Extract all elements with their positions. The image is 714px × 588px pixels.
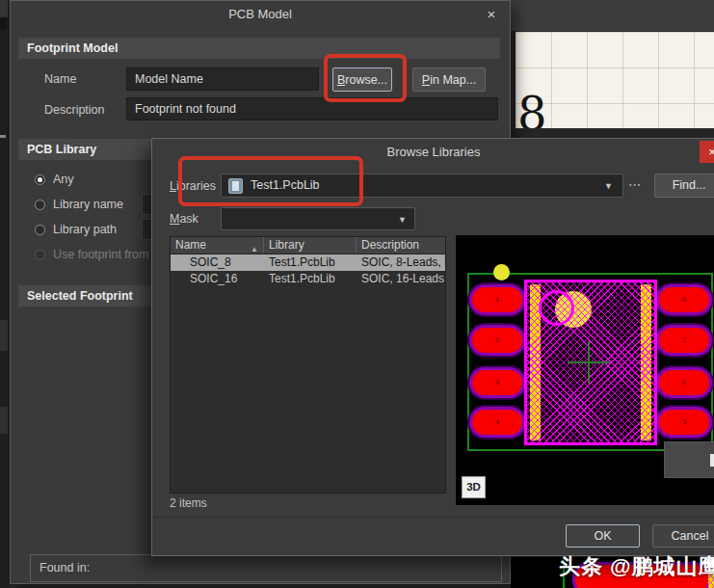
view-3d-button[interactable]: 3D [462,476,486,498]
column-header-description[interactable]: Description [357,237,445,254]
sort-ascending-icon: ▲ [251,241,258,257]
radio-use-footprint-from-component: Use footprint from c [35,246,158,263]
pad-7: 7 [659,328,709,353]
cancel-button[interactable]: Cancel [652,524,714,548]
browse-button[interactable]: Browse... [332,67,392,92]
pad-2: 2 [472,328,522,353]
close-icon[interactable]: × [700,141,714,163]
more-options-button[interactable]: ⋯ [626,174,644,198]
mask-dropdown[interactable]: ▼ [221,207,415,230]
radio-label: Any [53,173,74,186]
model-name-field[interactable]: Model Name [126,67,319,91]
pad-3: 3 [472,370,522,395]
radio-label: Library name [53,198,123,211]
find-button[interactable]: Find... [654,174,714,198]
panel-edge [0,320,8,351]
radio-selected-icon [35,174,45,185]
panel-edge [0,407,8,434]
crosshair-icon [588,341,590,384]
schematic-pin-number: 8 [517,91,547,128]
pad-1: 1 [472,287,522,312]
chevron-down-icon[interactable]: ▼ [604,181,613,191]
panel-edge [0,17,7,30]
radio-icon [35,250,45,260]
radio-label: Use footprint from c [53,248,158,261]
body-right-strip [641,284,651,441]
chevron-down-icon[interactable]: ▼ [398,215,407,225]
radio-label: Library path [53,223,117,236]
column-header-name[interactable]: Name▲ [171,237,264,254]
description-field[interactable]: Footprint not found [126,97,498,120]
table-header-row: Name▲ Library Description [171,237,445,254]
mask-label: Mask [170,212,198,226]
radio-any[interactable]: Any [35,171,74,188]
column-header-library[interactable]: Library [264,237,357,254]
libraries-dropdown-value: Test1.PcbLib [251,174,320,197]
pin1-ring [539,290,574,326]
radio-icon [35,200,45,210]
tooltip-text-fragment [710,454,714,467]
pcb-model-dialog-title: PCB Model [11,1,510,28]
libraries-label: Libraries [170,179,216,193]
browse-libraries-dialog: Browse Libraries × Libraries Test1.PcbLi… [151,138,714,556]
found-in-box: Found in: [30,554,502,582]
cell-name: SOIC_16 [171,271,264,287]
table-row[interactable]: SOIC_16 Test1.PcbLib SOIC, 16-Leads, B [171,271,445,287]
description-label: Description [44,103,105,117]
pad-8: 8 [659,287,709,312]
preview-tooltip [664,441,714,478]
schematic-sheet: 8 [516,32,714,128]
table-row[interactable]: SOIC_8 Test1.PcbLib SOIC, 8-Leads, Bo [171,254,445,271]
app-left-edge [0,0,10,588]
pin-map-button[interactable]: Pin Map... [412,67,486,92]
footer-divider [153,517,714,518]
background-toolbar [511,0,714,32]
name-label: Name [44,72,76,86]
cell-library: Test1.PcbLib [264,271,357,287]
footprint-table: Name▲ Library Description SOIC_8 Test1.P… [170,236,446,494]
found-in-label: Found in: [40,561,90,575]
pad-5: 5 [659,410,709,435]
cell-library: Test1.PcbLib [264,254,357,271]
radio-library-path[interactable]: Library path [35,221,117,238]
libraries-dropdown[interactable]: Test1.PcbLib ▼ [221,174,623,198]
pad-4: 4 [472,410,522,435]
pad-6: 6 [659,370,709,395]
footprint-model-header: Footprint Model [18,38,500,59]
watermark: 头条 @鹏城山鹰 [559,552,714,581]
items-count: 2 items [170,496,207,510]
panel-edge [0,135,6,138]
screen: 8 PCB Model × Footprint Model Name Model… [0,0,714,588]
close-icon[interactable]: × [483,6,500,23]
origin-marker [493,264,510,281]
panel-edge [0,0,8,17]
footprint-preview[interactable]: 1 2 3 4 8 7 6 5 3D [456,235,714,505]
browse-libraries-title: Browse Libraries [152,139,714,165]
radio-library-name[interactable]: Library name [35,196,123,213]
radio-icon [35,225,45,235]
cell-description: SOIC, 16-Leads, B [357,271,445,287]
ok-button[interactable]: OK [566,524,640,548]
cell-description: SOIC, 8-Leads, Bo [357,254,445,271]
pcb-library-icon [228,178,243,194]
